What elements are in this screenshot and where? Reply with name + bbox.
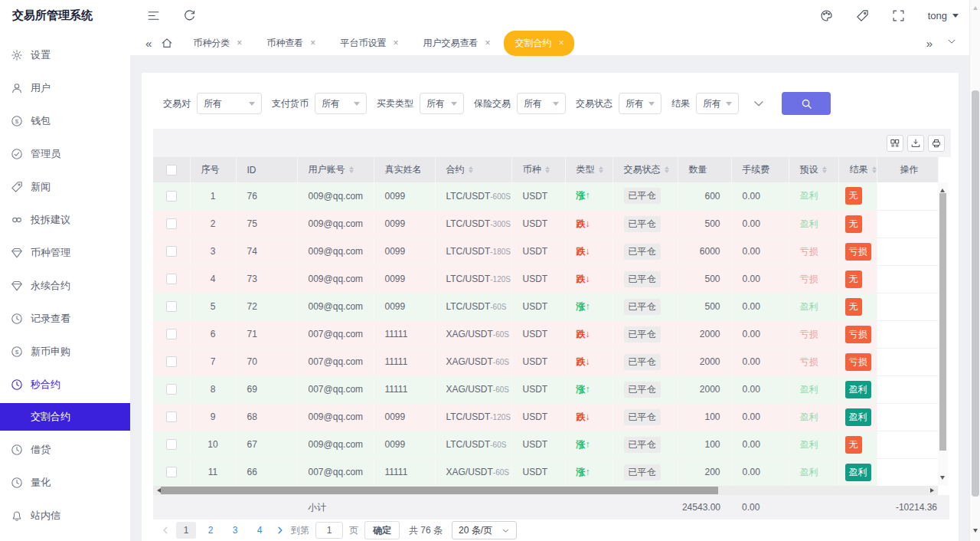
contract-base: XAG/USDT — [446, 384, 493, 395]
page-4[interactable]: 4 — [250, 522, 270, 539]
tab-平台币设置[interactable]: 平台币设置× — [329, 31, 409, 56]
cell-status: 已平仓 — [612, 320, 678, 348]
sidebar-item-news[interactable]: 新闻 — [0, 170, 130, 203]
row-checkbox[interactable] — [166, 384, 177, 395]
home-icon[interactable] — [161, 37, 173, 49]
menu-fold-icon[interactable] — [147, 9, 160, 22]
page-1[interactable]: 1 — [176, 522, 196, 539]
goto-page-input[interactable] — [315, 522, 343, 539]
next-page-icon[interactable] — [276, 526, 285, 535]
window-scrollbar[interactable] — [969, 0, 980, 541]
sidebar-item-quant[interactable]: 量化 — [0, 466, 130, 499]
export-button[interactable] — [907, 135, 924, 152]
tab-close-icon[interactable]: × — [310, 38, 315, 48]
sort-icon[interactable] — [872, 164, 877, 175]
preset-text: 盈利 — [800, 190, 818, 201]
scroll-up-arrow-icon[interactable] — [940, 186, 945, 192]
refresh-icon[interactable] — [183, 9, 196, 22]
cell-coin: USDT — [511, 348, 565, 375]
sidebar-item-lending[interactable]: 借贷 — [0, 433, 130, 466]
row-checkbox[interactable] — [166, 246, 177, 257]
row-checkbox[interactable] — [166, 274, 177, 284]
row-checkbox[interactable] — [166, 356, 177, 367]
scroll-right-arrow-icon[interactable] — [930, 488, 936, 493]
column-settings-button[interactable] — [887, 135, 903, 152]
sort-icon[interactable] — [599, 164, 603, 175]
row-checkbox[interactable] — [166, 191, 177, 202]
table-vertical-scrollbar[interactable] — [938, 182, 948, 486]
collapse-left-icon[interactable]: « — [145, 38, 152, 49]
fullscreen-icon[interactable] — [892, 9, 905, 22]
col-header-label: 数量 — [689, 163, 707, 176]
tab-close-icon[interactable]: × — [558, 38, 564, 48]
col-header-label: 真实姓名 — [385, 163, 422, 176]
print-button[interactable] — [928, 135, 945, 152]
filter-select[interactable]: 所有 — [315, 93, 367, 114]
filter-select[interactable]: 所有 — [517, 93, 566, 114]
window-scroll-up-icon[interactable] — [973, 4, 978, 10]
collapse-right-icon[interactable]: » — [926, 38, 933, 49]
palette-icon[interactable] — [820, 9, 833, 22]
scroll-left-arrow-icon[interactable] — [155, 488, 161, 493]
sort-icon[interactable] — [469, 164, 473, 175]
tab-close-icon[interactable]: × — [393, 38, 398, 48]
user-menu[interactable]: tong — [928, 10, 959, 21]
sidebar-item-admins[interactable]: 管理员 — [0, 137, 130, 170]
tab-交割合约[interactable]: 交割合约× — [504, 31, 574, 56]
row-checkbox[interactable] — [166, 467, 177, 477]
sidebar-item-perpetual[interactable]: 永续合约 — [0, 269, 130, 302]
prev-page-icon[interactable] — [161, 526, 170, 535]
window-scroll-down-icon[interactable] — [973, 529, 978, 535]
sidebar-item-settings[interactable]: 设置 — [0, 38, 130, 71]
sidebar-item-new-coin[interactable]: $新币申购 — [0, 335, 130, 368]
sort-icon[interactable] — [349, 164, 354, 175]
sidebar-item-coin-manage[interactable]: 币种管理 — [0, 236, 130, 269]
filter-select[interactable]: 所有 — [619, 93, 662, 114]
filter-select[interactable]: 所有 — [197, 93, 262, 114]
sidebar-item-users[interactable]: 用户 — [0, 71, 130, 104]
row-checkbox[interactable] — [166, 301, 177, 312]
tab-币种查看[interactable]: 币种查看× — [256, 31, 326, 56]
tab-menu-chevron-icon[interactable] — [946, 36, 957, 50]
row-checkbox[interactable] — [166, 439, 177, 450]
window-scroll-thumb[interactable] — [972, 90, 979, 497]
sort-icon[interactable] — [665, 164, 669, 175]
page-2[interactable]: 2 — [201, 522, 220, 539]
row-checkbox[interactable] — [166, 411, 177, 422]
clock-icon — [11, 379, 23, 391]
tab-close-icon[interactable]: × — [485, 38, 490, 48]
filter-select[interactable]: 所有 — [696, 93, 739, 114]
pagination: 1234 到第 页 确定 共 76 条 20 条/页 — [142, 520, 959, 541]
tab-币种分类[interactable]: 币种分类× — [182, 31, 253, 56]
filter-select[interactable]: 所有 — [420, 93, 464, 114]
select-all-checkbox[interactable] — [166, 165, 177, 175]
sidebar-item-records[interactable]: 记录查看 — [0, 302, 130, 335]
cell-id: 75 — [236, 210, 297, 238]
sort-icon[interactable] — [545, 164, 550, 175]
dollar-circle-icon: $ — [11, 115, 23, 127]
table-horizontal-scrollbar[interactable] — [153, 486, 938, 495]
tab-用户交易查看[interactable]: 用户交易查看× — [412, 31, 501, 56]
sort-icon[interactable] — [822, 164, 827, 175]
cell-select — [153, 238, 190, 265]
sidebar-item-second-contract[interactable]: 秒合约 — [0, 368, 130, 401]
vertical-scroll-thumb[interactable] — [939, 193, 946, 451]
row-checkbox[interactable] — [166, 218, 177, 229]
sidebar-item-delivery-contract[interactable]: 交割合约 — [0, 403, 130, 431]
scroll-down-arrow-icon[interactable] — [940, 476, 945, 482]
confirm-button[interactable]: 确定 — [364, 521, 400, 539]
page-size-select[interactable]: 20 条/页 — [452, 521, 517, 539]
sidebar-item-wallet[interactable]: $钱包 — [0, 104, 130, 137]
page-3[interactable]: 3 — [225, 522, 245, 539]
sidebar-item-messages[interactable]: 站内信 — [0, 499, 130, 532]
chevron-down-icon[interactable] — [752, 97, 766, 110]
row-checkbox[interactable] — [166, 329, 177, 339]
tab-close-icon[interactable]: × — [237, 38, 242, 48]
cell-contract: LTC/USDT-60S — [435, 293, 511, 320]
tag-icon[interactable] — [856, 9, 869, 22]
cell-id: 69 — [236, 375, 297, 403]
sidebar-item-feedback[interactable]: 投拆建议 — [0, 203, 130, 236]
horizontal-scroll-thumb[interactable] — [161, 487, 718, 494]
search-button[interactable] — [782, 92, 831, 115]
contract-period: -60S — [493, 385, 509, 394]
